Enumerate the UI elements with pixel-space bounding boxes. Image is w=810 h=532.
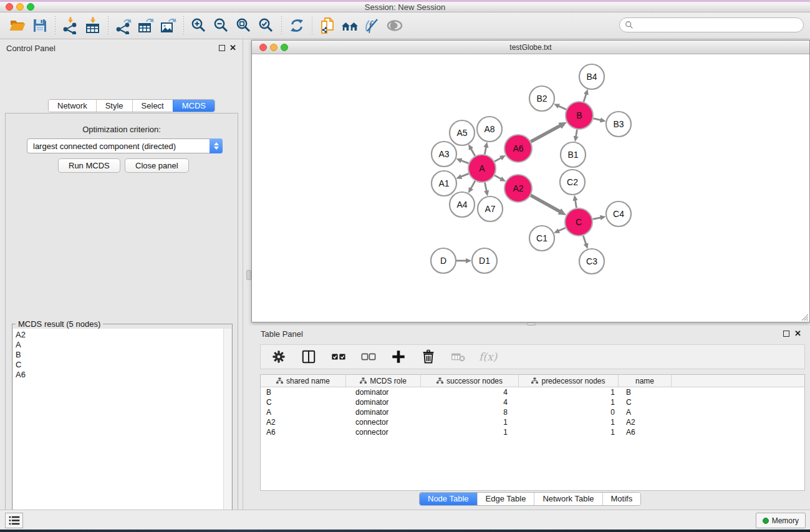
import-table-icon[interactable] <box>82 14 104 37</box>
column-header-mcds-role[interactable]: MCDS role <box>346 375 421 387</box>
optimization-criterion-label: Optimization criterion: <box>6 125 238 134</box>
search-input[interactable] <box>619 17 804 32</box>
toolbar-separator <box>108 16 108 35</box>
export-network-icon[interactable] <box>112 14 135 37</box>
close-panel-button[interactable]: Close panel <box>125 158 189 173</box>
graph-edge[interactable] <box>584 94 586 102</box>
import-network-icon[interactable] <box>59 14 82 37</box>
zoom-selected-icon[interactable] <box>255 14 277 37</box>
table-row[interactable]: Cdominator41C <box>261 397 804 407</box>
hide-details-icon[interactable]: f <box>361 14 383 37</box>
show-columns-icon[interactable] <box>299 347 318 366</box>
table-row[interactable]: A2connector11A2 <box>261 417 804 427</box>
graph-edge[interactable] <box>583 236 586 244</box>
tab-mcds[interactable]: MCDS <box>173 100 215 112</box>
new-network-from-selection-icon[interactable] <box>316 14 339 37</box>
add-column-icon[interactable] <box>389 347 408 366</box>
column-edit-icon <box>360 377 367 384</box>
tab-network-table[interactable]: Network Table <box>534 493 602 505</box>
open-folder-icon[interactable] <box>6 14 29 37</box>
list-item[interactable]: A <box>16 340 223 350</box>
mcds-result-list[interactable]: A2 A B C A6 <box>13 329 224 532</box>
tab-motifs[interactable]: Motifs <box>602 493 641 505</box>
graph-edge[interactable] <box>576 130 577 137</box>
graph-edge[interactable] <box>559 228 566 231</box>
zoom-fit-icon[interactable] <box>233 14 255 37</box>
memory-status-icon <box>763 518 769 524</box>
float-panel-icon[interactable] <box>783 331 789 337</box>
graph-edge[interactable] <box>461 173 469 177</box>
table-row[interactable]: A6connector11A6 <box>261 427 804 437</box>
save-icon[interactable] <box>29 14 51 37</box>
graph-edge[interactable] <box>575 200 576 208</box>
refresh-icon[interactable] <box>286 14 308 37</box>
graph-edge[interactable] <box>593 118 600 120</box>
eye-icon[interactable] <box>383 14 406 37</box>
mcds-result-title: MCDS result (5 nodes) <box>16 319 103 329</box>
graph-edge[interactable] <box>593 218 601 220</box>
zoom-in-icon[interactable] <box>188 14 210 37</box>
list-item[interactable]: B <box>16 350 223 360</box>
export-image-icon[interactable] <box>157 14 180 37</box>
graph-node-label: B3 <box>613 119 624 129</box>
mcds-result-groupbox: MCDS result (5 nodes) A2 A B C A6 <box>12 324 233 532</box>
graph-node-label: C <box>576 217 582 227</box>
tab-select[interactable]: Select <box>132 100 173 112</box>
zoom-out-icon[interactable] <box>210 14 233 37</box>
graph-edge[interactable] <box>531 125 561 142</box>
network-canvas[interactable]: AA1A2A3A4A5A6A7A8BB1B2B3B4CC1C2C3C4DD1 <box>252 54 809 322</box>
memory-button[interactable]: Memory <box>756 513 806 528</box>
unselect-all-checkboxes-icon[interactable] <box>359 347 378 366</box>
graph-edge[interactable] <box>485 183 487 191</box>
graph-edge[interactable] <box>558 106 566 110</box>
window-titlebar: Session: New Session <box>0 0 810 12</box>
export-table-icon[interactable] <box>135 14 157 37</box>
graph-node-label: A2 <box>513 183 523 193</box>
table-row[interactable]: Adominator80A <box>261 407 804 417</box>
node-table: shared name MCDS role successor nodes pr… <box>260 374 805 491</box>
split-divider-handle[interactable] <box>246 270 251 280</box>
tab-style[interactable]: Style <box>96 100 132 112</box>
optimization-criterion-dropdown[interactable]: largest connected component (directed) <box>27 138 223 153</box>
float-panel-icon[interactable] <box>219 45 225 51</box>
task-history-icon[interactable] <box>5 513 23 528</box>
main-toolbar: f <box>0 12 810 39</box>
graph-edge[interactable] <box>461 160 468 163</box>
close-panel-icon[interactable]: ✕ <box>794 329 801 338</box>
list-item[interactable]: A2 <box>16 330 223 340</box>
home-layout-icon[interactable] <box>339 14 361 37</box>
select-all-checkboxes-icon[interactable] <box>329 347 348 366</box>
close-panel-icon[interactable]: ✕ <box>229 43 236 52</box>
run-mcds-button[interactable]: Run MCDS <box>58 158 120 173</box>
list-item[interactable]: C <box>16 360 223 370</box>
graph-node-label: D <box>440 256 446 266</box>
tab-edge-table[interactable]: Edge Table <box>477 493 534 505</box>
graph-node-label: B <box>576 110 582 120</box>
graph-edge[interactable] <box>485 147 486 154</box>
delete-column-icon[interactable] <box>419 347 438 366</box>
column-header-predecessor-nodes[interactable]: predecessor nodes <box>519 375 619 387</box>
column-header-name[interactable]: name <box>619 375 672 387</box>
list-item[interactable]: A6 <box>16 370 223 380</box>
settings-gear-icon[interactable] <box>269 347 288 366</box>
graph-edge[interactable] <box>494 175 501 179</box>
graph-edge[interactable] <box>494 158 501 162</box>
table-row[interactable]: Bdominator41B <box>261 387 804 397</box>
list-scrollbar[interactable] <box>223 329 231 532</box>
graph-edge[interactable] <box>531 195 560 211</box>
function-builder-disabled-icon: f(x) <box>479 351 497 363</box>
graph-node-label: C4 <box>613 209 624 219</box>
graph-node-label: A6 <box>513 143 523 153</box>
graph-node-label: A1 <box>438 178 449 188</box>
network-view-window: testGlobe.txt AA1A2A3A4A5A6A7A8BB1B2B3B4… <box>251 40 810 322</box>
tab-network[interactable]: Network <box>49 100 96 112</box>
tab-node-table[interactable]: Node Table <box>420 493 477 505</box>
column-header-shared-name[interactable]: shared name <box>261 375 346 387</box>
resize-grip-icon[interactable] <box>801 313 808 321</box>
network-graph[interactable]: AA1A2A3A4A5A6A7A8BB1B2B3B4CC1C2C3C4DD1 <box>252 54 809 322</box>
graph-node-label: B1 <box>567 150 578 160</box>
graph-edge[interactable] <box>471 148 475 156</box>
column-header-successor-nodes[interactable]: successor nodes <box>421 375 519 387</box>
graph-edge[interactable] <box>471 181 475 188</box>
column-edit-icon <box>531 377 538 384</box>
